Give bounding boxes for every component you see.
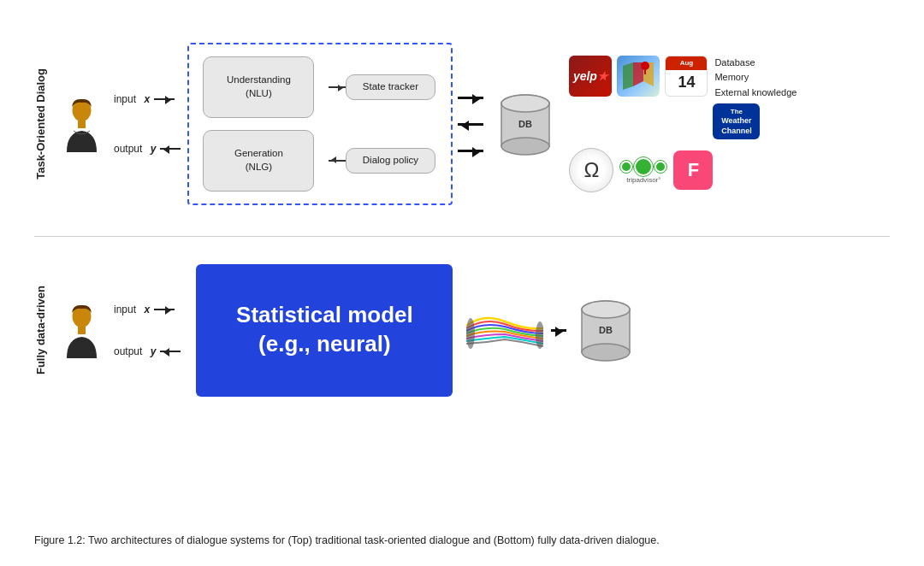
input-label-top: input x [114,93,182,105]
to-db-arrow-2 [458,150,483,152]
foursquare-icon: F [673,150,713,190]
top-section: Task-Oriented Dialog [34,17,890,231]
db-icon-top: DB [495,88,555,161]
top-content: input x output y Understanding(NLU) [58,43,890,205]
dialog-to-nlg-arrow [329,160,346,162]
input-arrow-bottom [154,309,175,310]
io-labels-bottom: input x output y [114,304,182,357]
db-cylinder-bottom: DB [576,294,636,367]
io-labels-top: input x output y [114,93,182,155]
icons-top-row: yelp★ [569,56,797,140]
wikipedia-icon: Ω [569,148,613,192]
nlg-box: Generation(NLG) [203,130,314,192]
yelp-icon: yelp★ [569,56,612,97]
bottom-side-label: Fully data-driven [34,286,51,374]
from-db-arrow [458,123,483,126]
db-label-section: Database Memory External knowledge The W… [713,56,797,140]
calendar-icon: Aug 14 [665,56,708,97]
output-arrow-top [160,148,181,150]
right-icons-section: yelp★ [569,56,797,193]
svg-point-5 [501,95,549,112]
state-tracker-box: State tracker [346,74,435,100]
dialog-policy-box: Dialog policy [346,148,435,174]
svg-text:DB: DB [599,325,613,335]
input-arrow-top [154,98,175,100]
svg-point-15 [582,344,630,361]
bottom-section: Fully data-driven input x [34,249,890,411]
avatar-icon-top [58,97,105,152]
svg-point-4 [501,138,549,155]
statistical-model-box: Statistical model (e.g., neural) [196,264,453,397]
svg-rect-10 [78,326,86,334]
output-label-top: output y [114,143,182,155]
diagrams-area: Task-Oriented Dialog [34,17,890,523]
figure-caption: Figure 1.2: Two architectures of dialogu… [34,532,890,549]
maps-icon [617,56,660,97]
section-divider [34,236,890,237]
output-arrow-bottom [160,351,181,352]
output-label-bottom: output y [114,345,182,357]
avatar-bottom [58,303,105,358]
top-side-label: Task-Oriented Dialog [34,68,51,180]
page-container: Task-Oriented Dialog [0,0,924,566]
weather-icon: The Weather Channel [713,103,760,139]
nlu-box: Understanding(NLU) [203,56,314,118]
svg-point-8 [641,62,649,70]
tripadvisor-icon: tripadvisor° [620,157,666,184]
nlu-to-state-arrow [329,86,346,88]
wire-to-db-arrow [551,329,566,332]
dashed-flow-box: Understanding(NLU) State tracker Generat… [187,43,453,205]
svg-point-16 [582,301,630,318]
svg-point-11 [466,318,475,349]
to-db-arrow-1 [458,97,483,99]
box-to-db-arrows [458,97,483,152]
bottom-content: input x output y Statistical model (e.g.… [58,264,890,397]
svg-text:DB: DB [518,119,532,129]
avatar-top [58,97,105,152]
db-icon-bottom: DB [576,294,636,367]
input-label-bottom: input x [114,304,182,315]
svg-rect-1 [78,120,86,128]
avatar-icon-bottom [58,303,105,358]
db-cylinder-top: DB [495,88,555,161]
wire-icon [466,296,543,364]
icons-bottom-row: Ω tripadvisor° F [569,148,797,192]
